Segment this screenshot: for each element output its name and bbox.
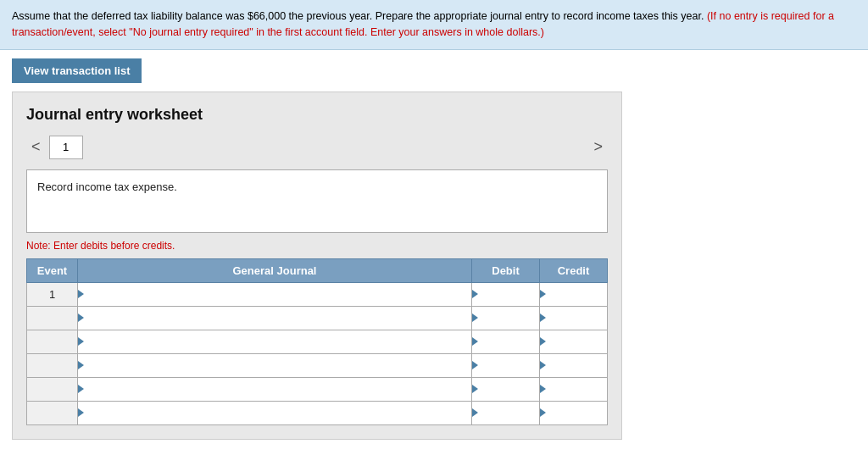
debit-input[interactable] [472, 354, 539, 376]
credit-input[interactable] [540, 283, 607, 305]
debit-cell[interactable] [472, 282, 540, 306]
debit-cell[interactable] [472, 353, 540, 377]
prev-page-arrow[interactable]: < [26, 136, 46, 158]
general-journal-input[interactable] [78, 354, 471, 376]
general-journal-input[interactable] [78, 402, 471, 424]
col-event: Event [27, 258, 78, 282]
event-cell [27, 353, 78, 377]
worksheet-nav-row: < 1 > [26, 136, 608, 159]
table-row: 1 [27, 282, 608, 306]
credit-cell[interactable] [540, 401, 608, 424]
debit-input[interactable] [472, 307, 539, 329]
general-journal-cell[interactable] [78, 306, 472, 330]
general-journal-cell[interactable] [78, 377, 472, 401]
event-cell [27, 330, 78, 353]
view-transaction-button[interactable]: View transaction list [12, 58, 142, 83]
credit-cell[interactable] [540, 330, 608, 353]
debit-input[interactable] [472, 378, 539, 400]
general-journal-cell[interactable] [78, 330, 472, 353]
current-page-number: 1 [63, 141, 69, 153]
col-debit: Debit [472, 258, 540, 282]
description-box: Record income tax expense. [26, 169, 608, 233]
table-header-row: Event General Journal Debit Credit [27, 258, 608, 282]
credit-input[interactable] [540, 330, 607, 352]
credit-cell[interactable] [540, 306, 608, 330]
general-journal-input[interactable] [78, 330, 471, 352]
credit-input[interactable] [540, 354, 607, 376]
event-cell [27, 306, 78, 330]
debit-input[interactable] [472, 402, 539, 424]
journal-table: Event General Journal Debit Credit 1 [26, 258, 608, 425]
debit-cell[interactable] [472, 401, 540, 424]
debit-input[interactable] [472, 330, 539, 352]
debit-cell[interactable] [472, 377, 540, 401]
credit-input[interactable] [540, 378, 607, 400]
current-page-box: 1 [49, 136, 83, 159]
credit-cell[interactable] [540, 282, 608, 306]
credit-cell[interactable] [540, 353, 608, 377]
col-credit: Credit [540, 258, 608, 282]
table-row [27, 401, 608, 424]
general-journal-cell[interactable] [78, 282, 472, 306]
description-text: Record income tax expense. [37, 180, 177, 193]
general-journal-input[interactable] [78, 378, 471, 400]
next-page-arrow[interactable]: > [588, 136, 608, 158]
general-journal-input[interactable] [78, 307, 471, 329]
credit-cell[interactable] [540, 377, 608, 401]
credit-input[interactable] [540, 402, 607, 424]
event-cell [27, 377, 78, 401]
instruction-banner: Assume that the deferred tax liability b… [0, 0, 868, 50]
general-journal-cell[interactable] [78, 401, 472, 424]
table-row [27, 377, 608, 401]
worksheet-container: Journal entry worksheet < 1 > Record inc… [12, 92, 622, 440]
col-general-journal: General Journal [78, 258, 472, 282]
debit-input[interactable] [472, 283, 539, 305]
worksheet-title: Journal entry worksheet [26, 106, 608, 124]
event-cell: 1 [27, 282, 78, 306]
note-text: Note: Enter debits before credits. [26, 240, 608, 252]
instruction-main-text: Assume that the deferred tax liability b… [12, 10, 704, 22]
table-row [27, 306, 608, 330]
table-row [27, 353, 608, 377]
general-journal-cell[interactable] [78, 353, 472, 377]
table-row [27, 330, 608, 353]
general-journal-input[interactable] [78, 283, 471, 305]
event-cell [27, 401, 78, 424]
debit-cell[interactable] [472, 306, 540, 330]
debit-cell[interactable] [472, 330, 540, 353]
credit-input[interactable] [540, 307, 607, 329]
